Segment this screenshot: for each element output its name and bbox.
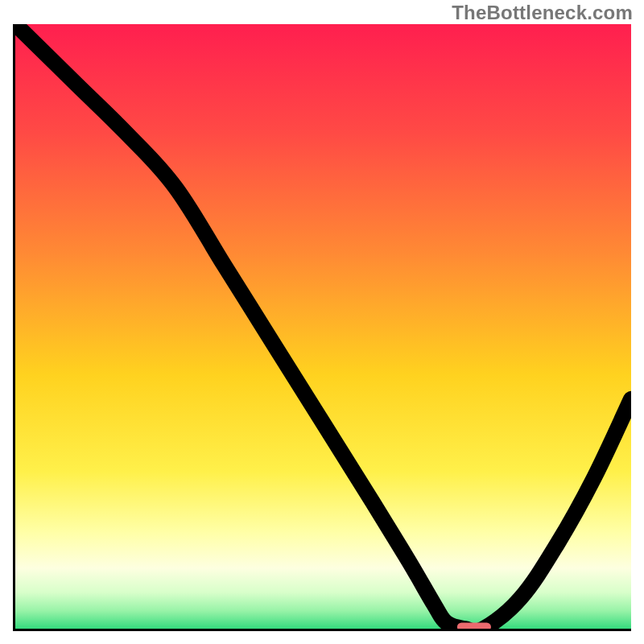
watermark-text: TheBottleneck.com	[452, 2, 633, 24]
bottleneck-chart: TheBottleneck.com	[0, 0, 644, 644]
svg-rect-1	[457, 622, 491, 629]
plot-area	[13, 24, 631, 631]
optimal-marker	[15, 24, 631, 629]
